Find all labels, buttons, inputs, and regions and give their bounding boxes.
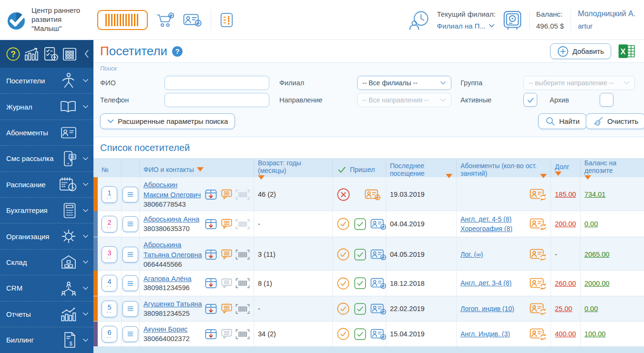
row-number-button[interactable]: 6·· (102, 326, 117, 343)
person-add-icon[interactable] (370, 277, 387, 290)
user-login-link[interactable]: artur (578, 22, 635, 30)
debt-link[interactable]: 260.00 (555, 280, 576, 287)
absent-x-icon[interactable] (337, 188, 350, 202)
subscription-refresh-icon[interactable] (530, 248, 547, 261)
sidebar-item-warehouse[interactable]: Склад (0, 249, 93, 275)
barcode-icon[interactable] (235, 189, 250, 200)
sidebar-item-schedule[interactable]: Расписание (0, 171, 93, 197)
person-add-icon[interactable] (370, 328, 387, 341)
barcode-icon[interactable] (235, 249, 250, 260)
archive-checkbox[interactable] (600, 93, 613, 107)
subscription-refresh-icon[interactable] (530, 217, 547, 231)
present-check-icon[interactable] (354, 277, 367, 290)
subscription-refresh-icon[interactable] (530, 327, 547, 341)
sidebar-item-journal[interactable]: Журнал (0, 93, 93, 119)
add-visitor-button[interactable]: Добавить (550, 43, 611, 59)
deposit-link[interactable]: 2000.00 (584, 280, 609, 287)
sort-arrow-icon[interactable] (197, 167, 204, 171)
visitor-name-link[interactable]: Агапова Алёна (143, 275, 192, 282)
subscription-link[interactable]: Англ. Индив. (3) (460, 329, 530, 339)
row-menu-button[interactable] (123, 275, 138, 291)
person-add-icon[interactable] (365, 188, 381, 201)
attended-check-icon[interactable] (337, 248, 350, 261)
sidebar-item-crm[interactable]: CRM (0, 275, 93, 301)
deposit-link[interactable]: 0.00 (584, 220, 598, 228)
person-add-icon[interactable] (370, 303, 387, 315)
barcode-icon[interactable] (235, 278, 250, 289)
row-menu-button[interactable] (123, 301, 138, 317)
row-number-button[interactable]: 4·· (102, 275, 117, 292)
row-number-button[interactable]: 3·· (102, 246, 117, 263)
help-icon[interactable] (6, 47, 20, 61)
barcode-icon[interactable] (235, 219, 250, 230)
chat-icon[interactable] (221, 328, 233, 340)
deposit-link[interactable]: 100.00 (584, 330, 605, 338)
sidebar-item-sms[interactable]: Смс рассылка (0, 145, 93, 171)
deposit-link[interactable]: 2065.00 (584, 251, 609, 258)
debt-link[interactable]: 185.00 (555, 191, 576, 198)
visitor-name-link[interactable]: Акунин Борис (143, 325, 188, 333)
archive-download-icon[interactable] (204, 217, 218, 231)
clear-button[interactable]: Очистить (586, 113, 644, 129)
visitor-name-link[interactable]: Аброськина Татьяна Олеговна (143, 241, 202, 259)
sidebar-item-reports[interactable]: Отчеты (0, 301, 93, 327)
page-help-icon[interactable] (172, 46, 183, 57)
direction-select[interactable]: -- Все направления -- (357, 93, 451, 107)
report-alert-icon[interactable] (220, 12, 234, 28)
row-number-button[interactable]: 2·· (102, 216, 117, 232)
branch-select[interactable]: -- Все филиалы -- (357, 76, 451, 90)
present-check-icon[interactable] (354, 303, 367, 315)
attended-check-icon[interactable] (337, 277, 350, 290)
row-number-button[interactable]: 5·· (102, 301, 117, 317)
chat-icon[interactable] (221, 278, 233, 289)
present-check-icon[interactable] (354, 248, 367, 261)
debt-link[interactable]: 25.00 (555, 305, 572, 313)
sidebar-item-billing[interactable]: Биллинг (0, 327, 93, 353)
present-check-icon[interactable] (354, 218, 367, 231)
find-button[interactable]: Найти (538, 113, 587, 129)
subscription-link[interactable]: Англ. дет. 4-5 (8) (460, 214, 530, 224)
person-add-icon[interactable] (370, 248, 387, 261)
subscription-link[interactable]: Хореография (8) (460, 224, 530, 233)
person-add-icon[interactable] (370, 218, 387, 231)
subscription-refresh-icon[interactable] (530, 302, 547, 315)
phone-input[interactable] (164, 93, 269, 107)
export-excel-icon[interactable] (618, 43, 635, 59)
sidebar-item-visitors[interactable]: Посетители (0, 68, 93, 93)
row-menu-button[interactable] (123, 216, 138, 232)
present-check-icon[interactable] (354, 328, 367, 341)
row-menu-button[interactable] (123, 326, 138, 342)
subscription-refresh-icon[interactable] (530, 277, 547, 290)
calendar-grid-icon[interactable] (62, 46, 77, 61)
stats-icon[interactable] (24, 47, 40, 61)
attended-check-icon[interactable] (337, 327, 350, 341)
deposit-link[interactable]: 0.00 (584, 305, 598, 313)
fio-input[interactable] (164, 76, 269, 90)
active-checkbox[interactable] (523, 93, 537, 107)
subscription-link[interactable]: Англ. дет. 3-4 (8) (460, 278, 530, 288)
debt-link[interactable]: 400.00 (555, 330, 576, 338)
branch-selector[interactable]: Филиал на П... (437, 22, 496, 30)
chat-icon[interactable] (221, 249, 233, 260)
safe-icon[interactable] (502, 10, 522, 30)
attended-check-icon[interactable] (337, 302, 350, 315)
sort-arrow-icon[interactable] (555, 171, 562, 176)
visitor-name-link[interactable]: Агушенко Татьяна (143, 300, 202, 308)
checklist-add-icon[interactable] (43, 47, 59, 61)
archive-download-icon[interactable] (204, 248, 218, 262)
collapse-sidebar-icon[interactable] (83, 49, 90, 59)
subscription-refresh-icon[interactable] (530, 188, 547, 201)
person-card-add-icon[interactable] (183, 12, 202, 28)
visitor-name-link[interactable]: Аброськина Анна (143, 215, 199, 223)
barcode-icon[interactable] (235, 329, 250, 340)
row-menu-button[interactable] (123, 247, 138, 262)
cart-add-icon[interactable] (156, 12, 174, 28)
row-number-button[interactable]: 1·· (102, 186, 117, 203)
advanced-search-button[interactable]: Расширенные параметры поиска (100, 113, 235, 129)
visitor-name-link[interactable]: Аброськин Максим Олегович (143, 181, 201, 199)
barcode-scan-button[interactable] (97, 10, 148, 30)
chat-icon[interactable] (221, 189, 233, 200)
chat-icon[interactable] (221, 303, 233, 314)
archive-download-icon[interactable] (204, 276, 218, 290)
row-menu-button[interactable] (123, 187, 138, 202)
